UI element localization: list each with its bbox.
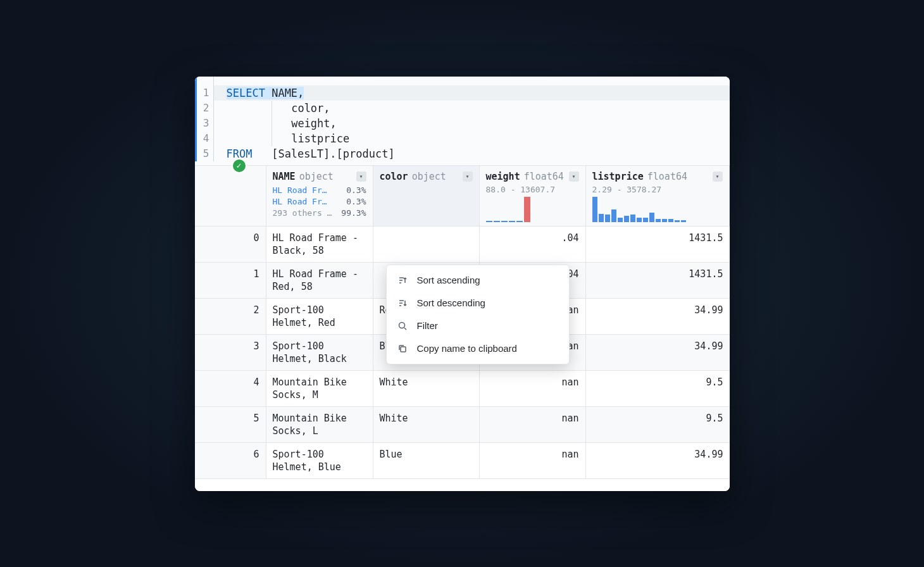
column-header-color[interactable]: color object ▾	[373, 166, 480, 226]
chevron-down-icon[interactable]: ▾	[569, 171, 579, 182]
line-number: 3	[197, 116, 213, 131]
svg-point-0	[399, 322, 404, 328]
column-summary: HL Road Fr…0.3% HL Road Fr…0.3% 293 othe…	[273, 185, 366, 219]
copy-name-item[interactable]: Copy name to clipboard	[387, 337, 569, 360]
code-text: NAME,	[265, 87, 304, 99]
cell-weight: .04	[480, 227, 586, 262]
row-index: 2	[195, 299, 266, 334]
column-header-name[interactable]: NAME object ▾ HL Road Fr…0.3% HL Road Fr…	[266, 166, 373, 226]
histogram-icon	[592, 197, 723, 222]
menu-label: Sort descending	[417, 297, 485, 308]
sort-desc-icon	[397, 297, 408, 309]
column-header-weight[interactable]: weight float64 ▾ 88.0 - 13607.7	[480, 166, 586, 226]
check-icon: ✓	[237, 161, 242, 170]
column-type: float64	[647, 171, 687, 182]
indent-guide: listprice	[272, 131, 349, 146]
index-header	[195, 166, 266, 226]
column-label: listprice	[592, 171, 644, 182]
summary-other: 293 others …	[273, 208, 332, 219]
grid-header: NAME object ▾ HL Road Fr…0.3% HL Road Fr…	[195, 166, 730, 227]
cell-listprice: 34.99	[586, 335, 730, 370]
row-index: 1	[195, 263, 266, 298]
indent-guide: weight,	[272, 116, 337, 131]
column-label: color	[380, 171, 408, 182]
indent-guide: color,	[272, 101, 330, 116]
cell-weight: nan	[480, 371, 586, 406]
cell-listprice: 9.5	[586, 371, 730, 406]
sort-ascending-item[interactable]: Sort ascending	[387, 269, 569, 292]
copy-icon	[397, 343, 408, 354]
code-line[interactable]: color,	[214, 101, 730, 116]
menu-label: Copy name to clipboard	[417, 343, 517, 354]
sort-descending-item[interactable]: Sort descending	[387, 292, 569, 315]
column-label: NAME	[273, 171, 296, 182]
summary-value-link[interactable]: HL Road Fr…	[273, 196, 327, 208]
line-number: 1	[197, 85, 213, 101]
line-number: 4	[197, 131, 213, 146]
cell-color: White	[373, 407, 480, 442]
cell-weight: nan	[480, 443, 586, 478]
cell-name: Mountain Bike Socks, L	[266, 407, 373, 442]
code-line[interactable]: SELECT NAME,	[214, 85, 730, 101]
cell-listprice: 9.5	[586, 407, 730, 442]
chevron-down-icon[interactable]: ▾	[463, 171, 473, 182]
row-index: 5	[195, 407, 266, 442]
histogram-icon	[486, 197, 579, 222]
code-line[interactable]: weight,	[214, 116, 730, 131]
sort-asc-icon	[397, 275, 408, 286]
row-index: 4	[195, 371, 266, 406]
cell-name: Mountain Bike Socks, M	[266, 371, 373, 406]
menu-label: Filter	[417, 320, 438, 331]
code-text: [SalesLT].[product]	[252, 147, 394, 160]
cell-listprice: 34.99	[586, 443, 730, 478]
cell-weight: nan	[480, 407, 586, 442]
column-type: float64	[524, 171, 564, 182]
cell-color: Blue	[373, 443, 480, 478]
cell-name: Sport-100 Helmet, Black	[266, 335, 373, 370]
column-range: 2.29 - 3578.27	[592, 185, 723, 194]
column-context-menu: Sort ascending Sort descending Filter Co…	[386, 265, 570, 364]
cell-name: HL Road Frame - Black, 58	[266, 227, 373, 262]
code-area[interactable]: SELECT NAME, color, weight, listprice FR…	[214, 77, 730, 161]
cell-color: White	[373, 371, 480, 406]
cell-name: Sport-100 Helmet, Red	[266, 299, 373, 334]
column-range: 88.0 - 13607.7	[486, 185, 579, 194]
column-header-listprice[interactable]: listprice float64 ▾ 2.29 - 3578.27	[586, 166, 730, 226]
code-text: listprice	[291, 132, 349, 145]
line-number: 2	[197, 101, 213, 116]
summary-value-link[interactable]: HL Road Fr…	[273, 185, 327, 196]
column-label: weight	[486, 171, 520, 182]
cell-listprice: 34.99	[586, 299, 730, 334]
search-icon	[397, 320, 408, 332]
row-index: 3	[195, 335, 266, 370]
menu-label: Sort ascending	[417, 275, 480, 285]
table-row[interactable]: 6Sport-100 Helmet, BlueBluenan34.99	[195, 443, 730, 479]
chevron-down-icon[interactable]: ▾	[713, 171, 723, 182]
cell-color	[373, 227, 480, 262]
line-gutter: 1 2 3 4 5	[195, 77, 214, 161]
row-index: 0	[195, 227, 266, 262]
table-row[interactable]: 4Mountain Bike Socks, MWhitenan9.5	[195, 371, 730, 407]
filter-item[interactable]: Filter	[387, 315, 569, 337]
line-number: 5	[197, 146, 213, 161]
code-editor[interactable]: 1 2 3 4 5 SELECT NAME, color, weight, li…	[195, 77, 730, 166]
column-type: object	[299, 171, 334, 182]
code-line[interactable]: FROM [SalesLT].[product]	[214, 146, 730, 161]
table-row[interactable]: 5Mountain Bike Socks, LWhitenan9.5	[195, 407, 730, 443]
keyword-select: SELECT	[227, 87, 265, 99]
cell-listprice: 1431.5	[586, 227, 730, 262]
row-index: 6	[195, 443, 266, 478]
column-type: object	[412, 171, 446, 182]
code-text: color,	[291, 102, 330, 115]
table-row[interactable]: 0HL Road Frame - Black, 58.041431.5	[195, 227, 730, 263]
code-line[interactable]: listprice	[214, 131, 730, 146]
svg-rect-1	[401, 347, 406, 352]
cell-name: HL Road Frame - Red, 58	[266, 263, 373, 298]
notebook-panel: 1 2 3 4 5 SELECT NAME, color, weight, li…	[195, 77, 730, 491]
code-text: weight,	[291, 117, 337, 130]
chevron-down-icon[interactable]: ▾	[356, 171, 366, 182]
cell-name: Sport-100 Helmet, Blue	[266, 443, 373, 478]
execution-success-badge: ✓	[232, 158, 247, 173]
cell-listprice: 1431.5	[586, 263, 730, 298]
